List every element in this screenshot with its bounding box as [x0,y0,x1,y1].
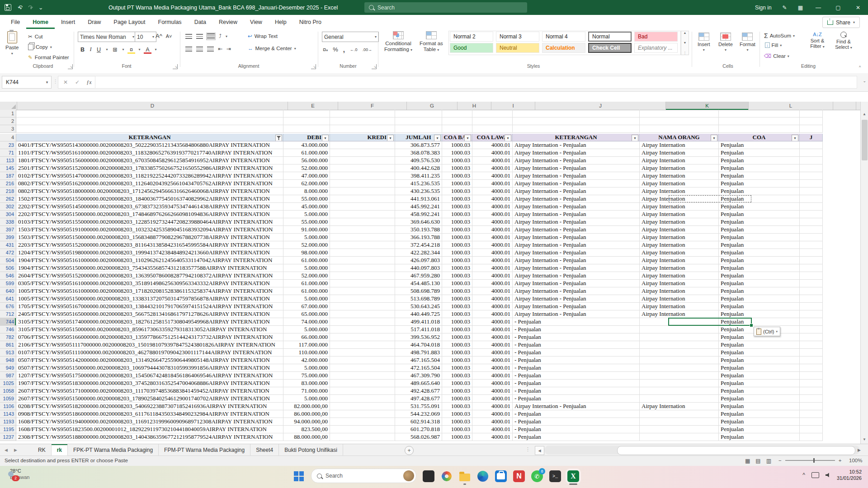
sheet-nav-left-icon[interactable]: ◀ [5,448,8,452]
italic-button[interactable]: I [87,45,94,54]
cell[interactable]: 1000.03 [442,226,472,234]
cell[interactable]: 4000.01 [472,280,513,287]
row-number[interactable]: 399 [0,234,16,241]
cell[interactable]: - Penjualan [513,326,640,333]
row-number[interactable]: 113 [0,157,16,164]
cell[interactable]: 1000.03 [442,264,472,272]
cell[interactable] [330,333,395,341]
cell[interactable] [800,164,823,172]
filter-dropdown-icon[interactable]: ▾ [792,135,798,141]
start-button[interactable] [293,470,305,482]
cell[interactable]: 45.000.000 [283,203,330,211]
cell[interactable] [640,326,719,333]
cell[interactable]: - Penjualan [513,372,640,380]
cell[interactable]: 400.442.628 [395,164,442,172]
cell[interactable]: Penjualan [719,395,800,403]
cell[interactable] [800,172,823,180]
select-all-corner[interactable] [0,102,17,110]
name-box-splitter[interactable]: ⋮ [53,79,58,84]
cell[interactable]: Penjualan [719,280,800,287]
cell[interactable]: Penjualan [719,372,800,380]
cell[interactable]: 1000.03 [442,188,472,195]
horizontal-scroll-thumb[interactable] [617,446,855,455]
cell[interactable]: 4000.01 [472,318,513,326]
cell[interactable]: 65.000.000 [283,310,330,318]
cell[interactable]: Airpay Internation - Penjualan [513,234,640,241]
tray-expand-icon[interactable]: ^ [802,472,805,478]
sheet-tab-rk[interactable]: rk [52,444,68,456]
alignment-dialog-launcher[interactable] [311,64,316,69]
cell[interactable] [330,326,395,333]
filter-applied-icon[interactable] [275,135,282,141]
cell[interactable] [640,333,719,341]
cell[interactable]: 497.428.677 [395,395,442,403]
cell[interactable]: 1000.03 [442,380,472,387]
cell[interactable]: 55.000.000 [283,218,330,226]
cell[interactable]: Penjualan [719,141,800,149]
cell[interactable]: Penjualan [719,418,800,426]
cell[interactable]: 91.000.000 [283,226,330,234]
style-chip-neutral[interactable]: Neutral [496,43,539,53]
wrap-text-button[interactable]: ↩Wrap Text [248,33,278,39]
cell[interactable]: Airpay Internation - Penjualan [513,241,640,249]
cell[interactable]: - Penjualan [513,357,640,364]
cell[interactable]: Airpay Internation [640,203,719,211]
cell[interactable]: 1000.03 [442,295,472,303]
cell[interactable]: Penjualan [719,164,800,172]
style-chip-normal[interactable]: Normal [588,32,632,42]
style-chip-normal-4[interactable]: Normal 4 [542,32,585,42]
row-number[interactable]: 744 [0,318,16,326]
cell[interactable]: 0507/FTSCY/WS950515000000.00200008203_10… [16,364,283,372]
cell[interactable]: 513.698.789 [395,295,442,303]
cell[interactable]: 2501/FTSCY/WS9505152000000.00200008203_1… [16,164,283,172]
cell[interactable] [800,211,823,218]
cell[interactable]: - Penjualan [513,333,640,341]
format-painter-button[interactable]: ✎Format Painter [28,54,69,61]
cell[interactable]: Penjualan [719,410,800,418]
cell[interactable]: Penjualan [719,234,800,241]
cell[interactable]: 4000.01 [472,303,513,310]
cell[interactable] [800,310,823,318]
cell[interactable] [640,426,719,433]
row-number[interactable]: 1025 [0,380,16,387]
cell[interactable] [472,125,513,133]
cell[interactable]: 1000.03 [442,280,472,287]
cell[interactable]: 71.000.000 [283,387,330,395]
column-header-L[interactable]: L [749,102,833,110]
autosum-button[interactable]: ΣAutoSum▾ [764,32,795,39]
cell[interactable] [330,372,395,380]
cell[interactable] [330,264,395,272]
cell[interactable]: 2607/FTSCY/WS9505171000000.00200008203_1… [16,387,283,395]
cell[interactable]: 467.959.280 [395,272,442,280]
cell[interactable]: Airpay Internation - Penjualan [513,203,640,211]
filter-dropdown-icon[interactable]: ▾ [711,135,717,141]
cell[interactable]: - Penjualan [513,387,640,395]
cell[interactable]: 2202/FTSCY/WS9505145000000.00200008203_6… [16,203,283,211]
cell[interactable]: 4000.01 [472,157,513,164]
cell[interactable]: 5.000.000 [283,326,330,333]
new-sheet-button[interactable]: + [405,446,414,455]
cell[interactable]: 366.193.788 [395,234,442,241]
cell[interactable]: 1000.03 [442,241,472,249]
cell[interactable]: 1000.03 [442,172,472,180]
cell[interactable] [800,249,823,257]
cell[interactable] [330,203,395,211]
row-number[interactable]: 746 [0,326,16,333]
cell[interactable]: Airpay Internation [640,188,719,195]
row-number[interactable]: 216 [0,180,16,188]
hscroll-right-icon[interactable]: ▶ [858,448,861,452]
cell[interactable]: Airpay Internation [640,264,719,272]
cell[interactable] [800,318,823,326]
cell[interactable]: 83.000.000 [283,380,330,387]
cell[interactable]: Penjualan [719,303,800,310]
share-button[interactable]: Share▾ [822,17,860,28]
fill-button[interactable]: ↓Fill▾ [765,42,782,48]
format-cells-button[interactable]: Format▾ [740,33,755,52]
row-number[interactable]: 640 [0,287,16,295]
cell[interactable]: 415.236.535 [395,180,442,188]
page-break-view-icon[interactable]: ▥ [766,458,771,464]
cell[interactable]: 61.000.000 [283,149,330,157]
cell[interactable] [800,357,823,364]
style-chip-calculation[interactable]: Calculation [542,43,585,53]
cell[interactable] [640,110,719,117]
